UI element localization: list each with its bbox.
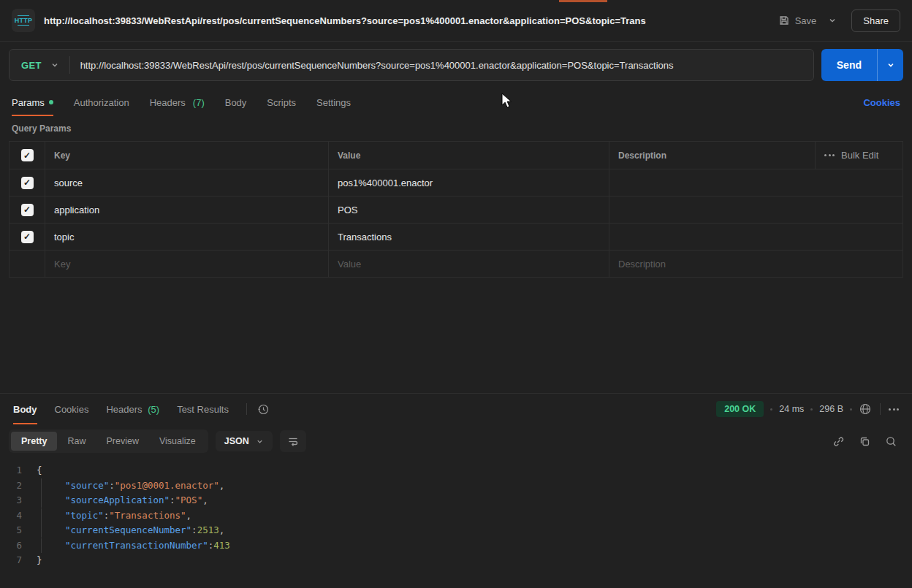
line-number[interactable]: 5 xyxy=(0,523,37,538)
tab-body[interactable]: Body xyxy=(225,88,247,116)
json-key: "source" xyxy=(65,478,109,494)
param-key-input[interactable]: source xyxy=(45,169,328,196)
code-line: 6 "currentTransactionNumber": 413 xyxy=(0,538,912,554)
response-tab-headers[interactable]: Headers (5) xyxy=(106,394,159,424)
tab-headers[interactable]: Headers (7) xyxy=(150,88,205,116)
tab-headers-label: Headers xyxy=(150,97,186,108)
send-options-chevron[interactable] xyxy=(877,49,903,81)
format-dropdown[interactable]: JSON xyxy=(216,431,273,451)
json-value: "Transactions" xyxy=(109,508,186,524)
format-dropdown-value: JSON xyxy=(224,436,249,446)
code-line: 5 "currentSequenceNumber": 2513, xyxy=(0,523,912,538)
line-number[interactable]: 3 xyxy=(0,493,37,508)
share-button[interactable]: Share xyxy=(851,9,900,32)
response-tab-body[interactable]: Body xyxy=(13,394,37,424)
json-colon: : xyxy=(104,508,110,524)
response-headers-label: Headers xyxy=(106,404,142,415)
param-row-new: Key Value Description xyxy=(10,250,902,277)
tab-scripts[interactable]: Scripts xyxy=(267,88,296,116)
params-modified-dot xyxy=(49,100,53,104)
response-options-button[interactable] xyxy=(889,408,899,411)
params-header-row: ✓ Key Value Description Bulk Edit xyxy=(10,142,902,169)
response-tab-test-results[interactable]: Test Results xyxy=(177,394,229,424)
view-raw-button[interactable]: Raw xyxy=(57,432,96,451)
param-description-input[interactable] xyxy=(609,224,902,250)
dot-separator xyxy=(770,408,772,411)
method-selector-chevron[interactable] xyxy=(50,61,69,69)
response-tabs-divider xyxy=(246,403,247,415)
json-key: "currentTransactionNumber" xyxy=(65,538,208,554)
send-button[interactable]: Send xyxy=(821,49,877,81)
tab-authorization[interactable]: Authorization xyxy=(74,88,129,116)
save-button[interactable]: Save xyxy=(778,15,817,26)
query-params-table: ✓ Key Value Description Bulk Edit ✓ sour… xyxy=(9,141,903,278)
line-number[interactable]: 4 xyxy=(0,508,37,524)
view-pretty-button[interactable]: Pretty xyxy=(11,432,57,451)
param-value-placeholder[interactable]: Value xyxy=(328,251,609,277)
row-checkbox[interactable]: ✓ xyxy=(21,204,34,216)
line-number[interactable]: 1 xyxy=(0,463,37,478)
json-key: "currentSequenceNumber" xyxy=(65,523,191,538)
search-icon xyxy=(885,435,897,448)
network-info-button[interactable] xyxy=(859,402,872,416)
response-action-icons xyxy=(832,435,903,448)
request-title: http://localhost:39833/WebRestApi/rest/p… xyxy=(44,15,765,26)
link-icon xyxy=(832,435,845,448)
tab-params-label: Params xyxy=(12,97,45,108)
request-bar: GET http://localhost:39833/WebRestApi/re… xyxy=(0,42,912,88)
save-button-label: Save xyxy=(795,15,817,26)
param-value-input[interactable]: POS xyxy=(328,196,609,223)
select-all-checkbox[interactable]: ✓ xyxy=(21,149,34,161)
param-description-input[interactable] xyxy=(609,196,902,223)
tab-params[interactable]: Params xyxy=(12,88,53,116)
json-value: "POS" xyxy=(175,493,203,508)
json-brace: { xyxy=(37,463,42,478)
request-header-bar: HTTP http://localhost:39833/WebRestApi/r… xyxy=(0,0,912,42)
response-history-button[interactable] xyxy=(257,394,270,424)
view-preview-button[interactable]: Preview xyxy=(96,432,148,451)
param-description-input[interactable] xyxy=(609,169,902,196)
json-value: 2513 xyxy=(197,523,219,538)
response-body-json[interactable]: 1 { 2 "source": "pos1@0001.enactor", 3 "… xyxy=(0,458,912,568)
status-badge[interactable]: 200 OK xyxy=(716,401,764,417)
copy-response-button[interactable] xyxy=(859,435,871,448)
status-divider xyxy=(880,403,881,415)
row-checkbox[interactable]: ✓ xyxy=(21,177,34,189)
copy-link-button[interactable] xyxy=(832,435,845,448)
row-checkbox[interactable]: ✓ xyxy=(21,231,34,243)
param-description-placeholder[interactable]: Description xyxy=(609,251,902,277)
line-number[interactable]: 7 xyxy=(0,553,37,568)
json-brace: } xyxy=(37,553,42,568)
indent-guide xyxy=(41,523,65,538)
method-selector-value[interactable]: GET xyxy=(10,60,50,71)
http-icon-arrow-top xyxy=(18,15,29,17)
indent-guide xyxy=(41,508,65,523)
param-key-placeholder[interactable]: Key xyxy=(45,251,328,277)
tab-settings[interactable]: Settings xyxy=(316,88,351,116)
param-key-input[interactable]: topic xyxy=(45,224,328,250)
param-value-input[interactable]: pos1%400001.enactor xyxy=(328,169,609,196)
view-visualize-button[interactable]: Visualize xyxy=(149,432,206,451)
line-number[interactable]: 2 xyxy=(0,478,37,494)
param-value-input[interactable]: Transactions xyxy=(328,224,609,250)
response-size: 296 B xyxy=(819,404,843,414)
save-options-chevron[interactable] xyxy=(824,12,841,29)
response-tab-cookies[interactable]: Cookies xyxy=(55,394,89,424)
cookies-link[interactable]: Cookies xyxy=(863,97,900,108)
http-icon-label: HTTP xyxy=(15,17,33,24)
param-key-input[interactable]: application xyxy=(45,196,328,223)
url-input[interactable]: http://localhost:39833/WebRestApi/rest/p… xyxy=(70,60,674,71)
more-options-icon xyxy=(824,154,835,156)
query-params-title: Query Params xyxy=(0,116,912,141)
wrap-lines-button[interactable] xyxy=(280,430,306,452)
http-request-icon: HTTP xyxy=(12,9,35,32)
chevron-down-icon xyxy=(50,61,59,69)
chevron-down-icon xyxy=(256,438,264,446)
send-button-group: Send xyxy=(821,49,903,81)
bulk-edit-button[interactable]: Bulk Edit xyxy=(815,142,902,169)
column-header-value: Value xyxy=(328,142,609,169)
param-row-source: ✓ source pos1%400001.enactor xyxy=(10,169,902,196)
code-line: 4 "topic": "Transactions", xyxy=(0,508,912,524)
search-response-button[interactable] xyxy=(885,435,897,448)
line-number[interactable]: 6 xyxy=(0,538,37,554)
